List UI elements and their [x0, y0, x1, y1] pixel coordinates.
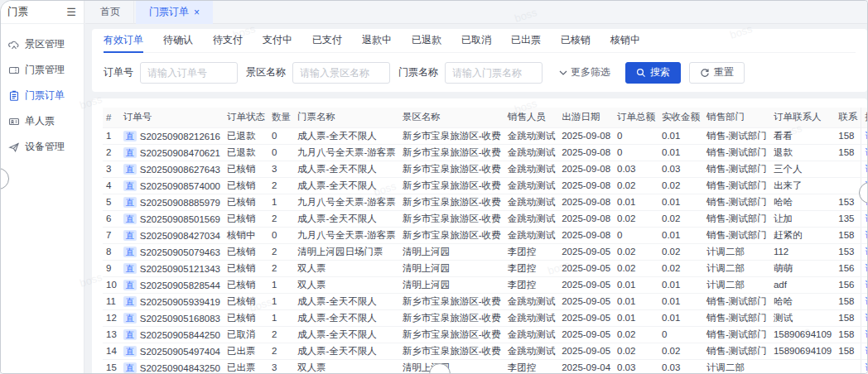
cell-contact	[770, 359, 835, 374]
cell-scenic: 新乡市宝泉旅游区-收费	[399, 177, 504, 194]
detail-link[interactable]: 详情	[865, 296, 867, 306]
cell-scenic: 新乡市宝泉旅游区-收费	[399, 161, 504, 177]
cell-dept: 销售-测试部门	[703, 210, 770, 227]
page-tab-0[interactable]: 首页	[87, 1, 134, 24]
table-row: 4直S20250908574000已核销2成人票-全天不限人新乡市宝泉旅游区-收…	[103, 177, 867, 194]
status-tab-3[interactable]: 支付中	[263, 29, 292, 53]
cell-contact: 15890694109	[770, 326, 835, 343]
cell-index: 7	[103, 227, 120, 243]
detail-link[interactable]: 详情	[865, 147, 867, 157]
main-area: 首页门票订单× 有效订单待确认待支付支付中已支付退款中已退款已取消已出票已核销核…	[85, 1, 867, 373]
cell-contact: 赶紧的	[770, 227, 835, 243]
ticket-name-input[interactable]	[445, 62, 542, 84]
cell-total: 0.02	[614, 177, 658, 194]
search-button-label: 搜索	[650, 65, 670, 79]
status-tab-1[interactable]: 待确认	[163, 29, 193, 53]
detail-link[interactable]: 详情	[865, 329, 867, 339]
scenic-name-input[interactable]	[292, 62, 390, 84]
hamburger-menu-icon[interactable]: ☰	[66, 7, 76, 17]
cell-qty: 2	[268, 210, 294, 227]
filter-label: 订单号	[104, 65, 133, 79]
cell-qty: 2	[268, 326, 294, 343]
table-row: 11直S20250905939419已核销1成人票-全天不限人新乡市宝泉旅游区-…	[103, 293, 867, 309]
cell-total: 0.01	[614, 194, 658, 210]
sidebar-item-scenic[interactable]: 景区管理	[1, 31, 84, 57]
more-filter-toggle[interactable]: 更多筛选	[559, 65, 610, 79]
status-tab-9[interactable]: 已核销	[561, 29, 591, 53]
table-row: 12直S20250905168083已核销1成人票-全天不限人新乡市宝泉旅游区-…	[103, 309, 867, 326]
app-window: 门票 ☰ 景区管理门票管理门票订单单人票设备管理 首页门票订单× 有效订单待确认…	[0, 0, 868, 374]
cell-dept: 销售-测试部门	[703, 144, 770, 161]
direct-sale-badge: 直	[123, 230, 137, 241]
detail-link[interactable]: 详情	[865, 213, 867, 223]
detail-link[interactable]: 详情	[865, 313, 867, 323]
cell-phone: 158	[835, 309, 861, 326]
status-tab-2[interactable]: 待支付	[213, 29, 243, 53]
cell-dept: 销售-测试部门	[703, 326, 770, 343]
cell-ticket: 成人票-全天不限人	[294, 161, 399, 177]
cell-phone: 158	[835, 127, 861, 144]
column-header-7: 出游日期	[558, 108, 614, 127]
cell-sales: 李团控	[504, 359, 559, 374]
cell-qty: 2	[268, 177, 294, 194]
cell-index: 8	[103, 243, 120, 260]
scenic-icon	[8, 39, 20, 50]
detail-link[interactable]: 详情	[865, 362, 867, 372]
cell-date: 2025-09-05	[558, 343, 614, 359]
status-tab-6[interactable]: 已退款	[412, 29, 441, 53]
search-button[interactable]: 搜索	[625, 62, 681, 84]
cell-total: 0.02	[614, 210, 658, 227]
cell-status: 已出票	[224, 343, 268, 359]
cell-date: 2025-09-08	[558, 210, 614, 227]
chevron-down-icon	[559, 69, 567, 77]
sidebar-item-single[interactable]: 单人票	[1, 108, 84, 134]
status-tab-10[interactable]: 核销中	[610, 29, 640, 53]
sidebar-item-label: 景区管理	[25, 37, 65, 51]
status-tab-8[interactable]: 已出票	[511, 29, 541, 53]
direct-sale-badge: 直	[123, 313, 137, 324]
order-number: S20250905168083	[140, 314, 220, 324]
detail-link[interactable]: 详情	[865, 164, 867, 174]
cell-date: 2025-09-05	[558, 276, 614, 293]
detail-link[interactable]: 详情	[865, 280, 867, 290]
sidebar-item-ticket[interactable]: 门票管理	[1, 57, 84, 83]
sidebar-item-device[interactable]: 设备管理	[1, 134, 84, 160]
sidebar-item-label: 单人票	[25, 114, 55, 128]
cell-status: 已核销	[224, 260, 268, 276]
cell-status: 已核销	[224, 293, 268, 309]
cell-index: 2	[103, 144, 120, 161]
cell-contact: adf	[770, 276, 835, 293]
status-tab-4[interactable]: 已支付	[312, 29, 342, 53]
detail-link[interactable]: 详情	[865, 263, 867, 273]
detail-link[interactable]: 详情	[865, 230, 867, 240]
order-number: S20250908427034	[140, 231, 220, 241]
detail-link[interactable]: 详情	[865, 247, 867, 257]
table-row: 5直S20250908885979已核销1九月八号全天票-游客票新乡市宝泉旅游区…	[103, 194, 867, 210]
page-tab-1[interactable]: 门票订单×	[136, 1, 213, 24]
reset-button[interactable]: 重置	[689, 62, 745, 84]
order-number: S20250908627643	[140, 165, 220, 175]
cell-date: 2025-09-04	[558, 359, 614, 374]
table-row: 15直S20250904843250已出票3双人票清明上河园李团控2025-09…	[103, 359, 867, 374]
sidebar-title: 门票	[7, 5, 28, 19]
cell-date: 2025-09-08	[558, 144, 614, 161]
status-tab-7[interactable]: 已取消	[461, 29, 491, 53]
cell-dept: 销售-测试部门	[703, 177, 770, 194]
detail-link[interactable]: 详情	[865, 131, 867, 141]
status-tab-0[interactable]: 有效订单	[104, 29, 143, 53]
detail-link[interactable]: 详情	[865, 346, 867, 356]
table-row: 8直S20250905079463已核销2清明上河园日场门票清明上河园李团控20…	[103, 243, 867, 260]
table-row: 6直S20250908501569已核销2成人票-全天不限人新乡市宝泉旅游区-收…	[103, 210, 867, 227]
cell-dept: 销售-测试部门	[703, 343, 770, 359]
close-tab-icon[interactable]: ×	[194, 7, 200, 17]
cell-sales: 金跳动测试	[504, 177, 559, 194]
sidebar-item-order[interactable]: 门票订单	[1, 83, 84, 108]
status-tab-5[interactable]: 退款中	[362, 29, 392, 53]
order-no-input[interactable]	[140, 62, 238, 84]
cell-scenic: 清明上河园	[399, 243, 504, 260]
cell-date: 2025-09-05	[558, 309, 614, 326]
table-row: 13直S20250905844250已取消2成人票-全天不限人新乡市宝泉旅游区-…	[103, 326, 867, 343]
table-row: 14直S20250905497404已出票2成人票-全天不限人新乡市宝泉旅游区-…	[103, 343, 867, 359]
cell-actions: 详情	[861, 260, 867, 276]
cell-order_no: 直S20250908627643	[120, 161, 224, 177]
